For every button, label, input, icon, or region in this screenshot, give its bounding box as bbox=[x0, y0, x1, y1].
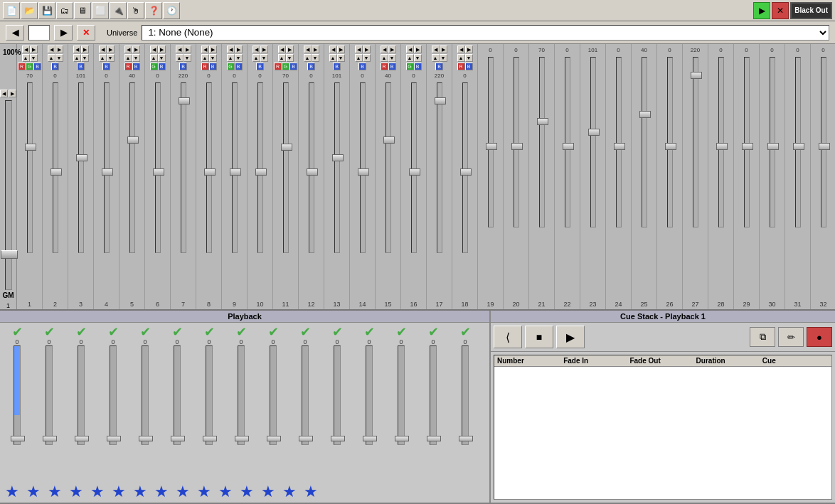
ch-handle-27[interactable] bbox=[691, 72, 702, 79]
ch-handle-14[interactable] bbox=[358, 168, 369, 176]
ch-pan-right-18[interactable]: ▶ bbox=[465, 45, 473, 53]
ch-red-18[interactable]: R bbox=[457, 63, 465, 70]
ch-pan-left-15[interactable]: ◀ bbox=[381, 45, 388, 53]
ch-handle-7[interactable] bbox=[179, 97, 190, 104]
pb-check-4[interactable]: ✔ bbox=[108, 326, 119, 338]
ch-pan-left-11[interactable]: ◀ bbox=[278, 45, 286, 53]
pb-check-2[interactable]: ✔ bbox=[44, 326, 55, 338]
ch-tilt-up-1[interactable]: ▲ bbox=[22, 54, 30, 62]
pb-handle-12[interactable] bbox=[363, 436, 377, 441]
ch-tilt-down-14[interactable]: ▼ bbox=[363, 54, 371, 62]
pb-star-15[interactable]: ★ bbox=[300, 481, 321, 503]
ch-handle-22[interactable] bbox=[563, 143, 574, 150]
pb-check-11[interactable]: ✔ bbox=[332, 326, 343, 338]
ch-handle-21[interactable] bbox=[537, 118, 548, 125]
ch-handle-20[interactable] bbox=[511, 143, 523, 150]
pb-star-11[interactable]: ★ bbox=[215, 481, 236, 503]
pb-star-3[interactable]: ★ bbox=[44, 481, 65, 503]
ch-tilt-up-3[interactable]: ▲ bbox=[73, 54, 81, 62]
ch-handle-31[interactable] bbox=[793, 143, 804, 150]
pb-check-3[interactable]: ✔ bbox=[76, 326, 87, 338]
pb-handle-2[interactable] bbox=[43, 436, 57, 441]
ch-blue-6[interactable]: B bbox=[158, 63, 166, 70]
ch-pan-left-1[interactable]: ◀ bbox=[22, 45, 30, 53]
ch-handle-15[interactable] bbox=[383, 136, 395, 144]
ch-tilt-up-5[interactable]: ▲ bbox=[124, 54, 132, 62]
pb-check-7[interactable]: ✔ bbox=[204, 326, 215, 338]
ch-blue-11[interactable]: B bbox=[289, 63, 297, 70]
pb-check-9[interactable]: ✔ bbox=[268, 326, 279, 338]
ch-tilt-up-10[interactable]: ▲ bbox=[252, 54, 260, 62]
ch-green-1[interactable]: G bbox=[26, 63, 33, 70]
ch-blue-7[interactable]: B bbox=[179, 63, 187, 70]
pb-check-1[interactable]: ✔ bbox=[12, 326, 23, 338]
ch-red-5[interactable]: R bbox=[124, 63, 132, 70]
save-button[interactable]: 💾 bbox=[38, 2, 55, 19]
ch-tilt-down-1[interactable]: ▼ bbox=[30, 54, 38, 62]
go-button[interactable]: ▶ bbox=[753, 2, 770, 19]
ch-handle-13[interactable] bbox=[332, 154, 344, 161]
back-button[interactable]: ◀ bbox=[6, 25, 24, 41]
about-button[interactable]: ❓ bbox=[145, 2, 162, 19]
ch-tilt-down-6[interactable]: ▼ bbox=[158, 54, 166, 62]
ch-blue-13[interactable]: B bbox=[333, 63, 341, 70]
new-button[interactable]: 📄 bbox=[3, 2, 20, 19]
ch-pan-right-10[interactable]: ▶ bbox=[260, 45, 268, 53]
pb-check-6[interactable]: ✔ bbox=[172, 326, 183, 338]
ch-pan-left-7[interactable]: ◀ bbox=[176, 45, 184, 53]
open-button[interactable]: 📂 bbox=[21, 2, 38, 19]
ch-blue-12[interactable]: B bbox=[307, 63, 315, 70]
pb-handle-9[interactable] bbox=[267, 436, 281, 441]
ch-tilt-up-16[interactable]: ▲ bbox=[406, 54, 414, 62]
pb-star-7[interactable]: ★ bbox=[129, 481, 151, 503]
ch-handle-8[interactable] bbox=[204, 168, 216, 176]
ch-blue-15[interactable]: B bbox=[388, 63, 396, 70]
pb-check-14[interactable]: ✔ bbox=[428, 326, 439, 338]
ch-handle-19[interactable] bbox=[486, 143, 497, 150]
ch-handle-25[interactable] bbox=[639, 111, 651, 118]
ch-pan-right-4[interactable]: ▶ bbox=[107, 45, 115, 53]
ch-handle-3[interactable] bbox=[76, 154, 87, 161]
ch-tilt-up-11[interactable]: ▲ bbox=[278, 54, 286, 62]
ch-blue-3[interactable]: B bbox=[77, 63, 85, 70]
ch-blue-5[interactable]: B bbox=[132, 63, 140, 70]
pb-star-8[interactable]: ★ bbox=[151, 481, 172, 503]
forward-button[interactable]: ▶ bbox=[54, 25, 73, 41]
pb-check-8[interactable]: ✔ bbox=[236, 326, 247, 338]
pb-star-13[interactable]: ★ bbox=[257, 481, 279, 503]
ch-handle-16[interactable] bbox=[409, 168, 420, 176]
ch-tilt-up-8[interactable]: ▲ bbox=[201, 54, 209, 62]
ch-pan-left-16[interactable]: ◀ bbox=[406, 45, 414, 53]
ch-pan-right-1[interactable]: ▶ bbox=[30, 45, 38, 53]
pb-star-6[interactable]: ★ bbox=[108, 481, 129, 503]
ch-tilt-up-9[interactable]: ▲ bbox=[227, 54, 235, 62]
ch-tilt-up-14[interactable]: ▲ bbox=[355, 54, 363, 62]
pb-check-10[interactable]: ✔ bbox=[300, 326, 311, 338]
ch-tilt-down-16[interactable]: ▼ bbox=[414, 54, 422, 62]
ch-handle-2[interactable] bbox=[50, 168, 62, 176]
pb-check-13[interactable]: ✔ bbox=[396, 326, 407, 338]
ch-pan-left-12[interactable]: ◀ bbox=[304, 45, 312, 53]
monitor-button[interactable]: 🖥 bbox=[74, 2, 91, 19]
pb-star-14[interactable]: ★ bbox=[279, 481, 300, 503]
ch-pan-right-17[interactable]: ▶ bbox=[440, 45, 447, 53]
pb-star-4[interactable]: ★ bbox=[65, 481, 87, 503]
pb-check-15[interactable]: ✔ bbox=[460, 326, 471, 338]
ch-pan-left-3[interactable]: ◀ bbox=[73, 45, 81, 53]
ch-pan-right-3[interactable]: ▶ bbox=[81, 45, 89, 53]
pb-handle-8[interactable] bbox=[235, 436, 249, 441]
ch-pan-right-12[interactable]: ▶ bbox=[312, 45, 319, 53]
ch-pan-right-14[interactable]: ▶ bbox=[363, 45, 371, 53]
ch-blue-1[interactable]: B bbox=[33, 63, 41, 70]
ch-tilt-up-2[interactable]: ▲ bbox=[48, 54, 55, 62]
ch-pan-right-7[interactable]: ▶ bbox=[184, 45, 191, 53]
cancel-button[interactable]: ✕ bbox=[77, 25, 95, 41]
clock-button[interactable]: 🕐 bbox=[163, 2, 180, 19]
ch-tilt-up-12[interactable]: ▲ bbox=[304, 54, 312, 62]
ch-blue-10[interactable]: B bbox=[256, 63, 264, 70]
ch-pan-left-4[interactable]: ◀ bbox=[99, 45, 107, 53]
ch-pan-right-6[interactable]: ▶ bbox=[158, 45, 166, 53]
cue-rewind-button[interactable]: ⟨ bbox=[494, 326, 522, 348]
ch-handle-11[interactable] bbox=[281, 144, 292, 151]
ch-tilt-down-2[interactable]: ▼ bbox=[55, 54, 63, 62]
